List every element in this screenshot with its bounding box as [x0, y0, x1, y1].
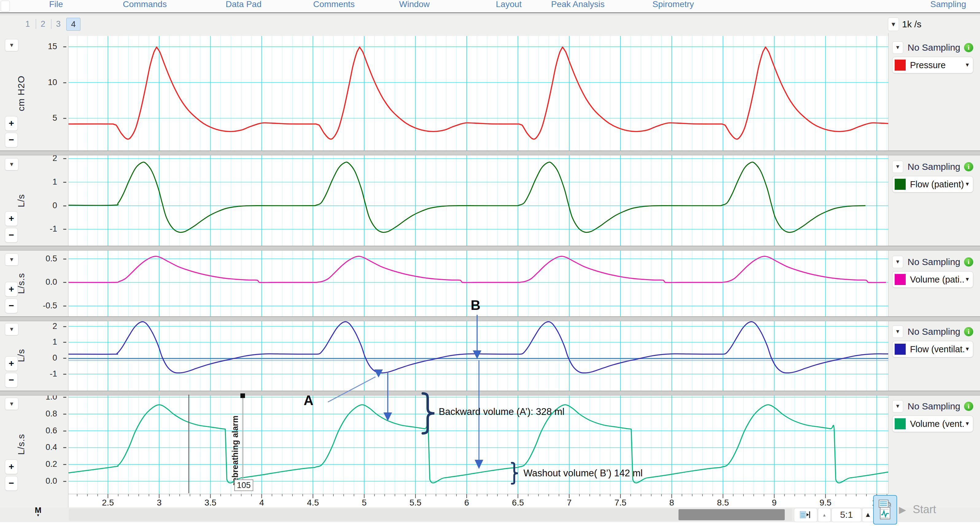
channel-1-zoom-out-button[interactable]: − — [5, 133, 18, 147]
y-tick-mark — [63, 358, 66, 359]
channel-1-color-swatch — [895, 60, 906, 71]
channel-2-sampling-dropdown[interactable]: ▼ — [892, 161, 903, 173]
chevron-down-icon: ▼ — [965, 62, 970, 68]
y-tick-mark — [63, 481, 66, 482]
y-tick-label: -1 — [0, 224, 57, 234]
compress-axis-button[interactable]: ▴ — [818, 508, 831, 522]
chevron-down-icon: ▼ — [965, 181, 970, 187]
channel-2-sampling-row: ▼No Samplingi — [892, 160, 973, 174]
channel-4-sampling-row: ▼No Samplingi — [892, 325, 973, 338]
plot-area: A B Backward volume (A’): 328 ml Washout… — [68, 36, 889, 494]
menu-item-spirometry[interactable]: Spirometry — [652, 0, 694, 10]
channel-5-source-name: Volume (vent... — [910, 419, 965, 429]
y-tick-mark — [63, 431, 66, 432]
x-tick-label: 3 — [147, 498, 171, 508]
channel-axis-gutter: ▼cm H2O+−51015▼L/s+−-1012▼L/s.s+−-0.50.0… — [0, 33, 68, 507]
info-icon[interactable]: i — [964, 43, 973, 52]
channel-1-sampling-row: ▼No Samplingi — [892, 41, 973, 54]
x-tick-label: 2.5 — [96, 498, 120, 508]
channel-3-color-swatch — [895, 274, 906, 285]
x-tick-label: 6.5 — [506, 498, 530, 508]
menu-item-comments[interactable]: Comments — [313, 0, 355, 10]
menu-item-data-pad[interactable]: Data Pad — [226, 0, 262, 10]
sampling-rate-dropdown[interactable]: ▼ — [888, 18, 899, 31]
scroll-to-end-icon — [799, 509, 812, 521]
menu-item-peak-analysis[interactable]: Peak Analysis — [551, 0, 605, 10]
y-tick-label: 0.4 — [0, 443, 57, 452]
menu-item-commands[interactable]: Commands — [123, 0, 167, 10]
y-tick-mark — [63, 229, 66, 230]
channel-2-source-select[interactable]: Flow (patient)▼ — [892, 176, 973, 193]
tab-2[interactable]: 2 — [36, 18, 50, 30]
channel-plot-1 — [68, 36, 889, 150]
marker-arrow-icon: ▾ — [32, 513, 44, 517]
channel-4-sampling-status: No Sampling — [908, 327, 960, 337]
x-tick-label: 7.5 — [608, 498, 633, 508]
channel-4-source-select[interactable]: Flow (ventilat...▼ — [892, 341, 973, 357]
channel-separator — [0, 391, 980, 395]
channel-4-color-swatch — [895, 344, 906, 355]
comment-number-badge[interactable]: 105 — [234, 479, 253, 491]
scroll-to-end-button[interactable] — [794, 508, 817, 522]
channel-1-sampling-dropdown[interactable]: ▼ — [892, 41, 903, 54]
y-tick-mark — [63, 397, 66, 398]
sampling-rate-control: ▼ 1k /s — [888, 17, 921, 31]
horizontal-scrollbar-thumb[interactable] — [679, 509, 785, 520]
channel-4-sampling-dropdown[interactable]: ▼ — [892, 325, 903, 338]
y-tick-label: 0.8 — [0, 409, 57, 419]
window-corner-button[interactable] — [1, 1, 10, 12]
x-tick-label: 5.5 — [403, 498, 428, 508]
y-tick-mark — [63, 46, 66, 47]
menu-item-window[interactable]: Window — [399, 0, 430, 10]
time-axis: 2.533.544.555.566.577.588.599.510 — [68, 494, 889, 508]
info-icon[interactable]: i — [964, 402, 973, 411]
chart-view-button[interactable] — [873, 495, 897, 525]
tab-4[interactable]: 4 — [66, 18, 80, 31]
y-tick-label: 0.0 — [0, 277, 57, 287]
y-tick-label: 1 — [0, 177, 57, 187]
app-window: FileCommandsData PadCommentsWindowLayout… — [0, 0, 980, 522]
y-tick-mark — [63, 306, 66, 306]
x-tick-label: 6 — [454, 498, 479, 508]
info-icon[interactable]: i — [964, 162, 973, 171]
annotation-a-label: A — [304, 393, 313, 408]
channel-1-sampling-status: No Sampling — [908, 42, 960, 53]
chevron-down-icon: ▼ — [965, 346, 970, 352]
marker-tool[interactable]: M ▾ — [32, 507, 44, 521]
y-tick-mark — [63, 82, 66, 83]
waveform-1 — [68, 47, 889, 139]
channel-1-source-select[interactable]: Pressure▼ — [892, 57, 973, 73]
start-button-label: Start — [913, 503, 936, 516]
channel-5-source-select[interactable]: Volume (vent...▼ — [892, 416, 973, 432]
time-ratio-display[interactable]: 5:1 — [831, 508, 861, 522]
menu-item-sampling[interactable]: Sampling — [930, 0, 966, 10]
channel-2-zoom-in-button[interactable]: + — [5, 211, 18, 226]
tab-1[interactable]: 1 — [21, 18, 34, 30]
y-tick-mark — [63, 282, 66, 283]
washout-volume-text: Washout volume( B’) 142 ml — [523, 468, 643, 479]
y-tick-mark — [63, 464, 66, 465]
x-tick-label: 8 — [659, 498, 684, 508]
info-icon[interactable]: i — [964, 327, 973, 336]
y-tick-label: 0 — [0, 201, 57, 210]
channel-5-sampling-dropdown[interactable]: ▼ — [892, 400, 903, 413]
x-tick-label: 9 — [762, 498, 787, 508]
channel-3-sampling-dropdown[interactable]: ▼ — [892, 256, 903, 268]
channel-3-source-select[interactable]: Volume (pati...▼ — [892, 271, 973, 288]
chevron-down-icon: ▼ — [965, 421, 970, 427]
y-tick-mark — [63, 414, 66, 415]
start-button[interactable]: ▶ Start — [899, 499, 963, 520]
expand-axis-button[interactable]: ▲ — [862, 508, 874, 522]
channel-2-source-name: Flow (patient) — [910, 179, 965, 190]
channel-5-sampling-status: No Sampling — [908, 401, 960, 411]
channel-2-color-swatch — [895, 179, 906, 190]
y-tick-label: 1 — [0, 337, 57, 347]
tab-3[interactable]: 3 — [52, 18, 65, 30]
channel-3-sampling-row: ▼No Samplingi — [892, 255, 973, 269]
menu-item-layout[interactable]: Layout — [496, 0, 522, 10]
info-icon[interactable]: i — [964, 257, 973, 266]
channel-plot-4 — [68, 320, 889, 391]
menu-item-file[interactable]: File — [49, 0, 63, 10]
waveform-3 — [68, 256, 886, 282]
x-tick-label: 5 — [352, 498, 376, 508]
